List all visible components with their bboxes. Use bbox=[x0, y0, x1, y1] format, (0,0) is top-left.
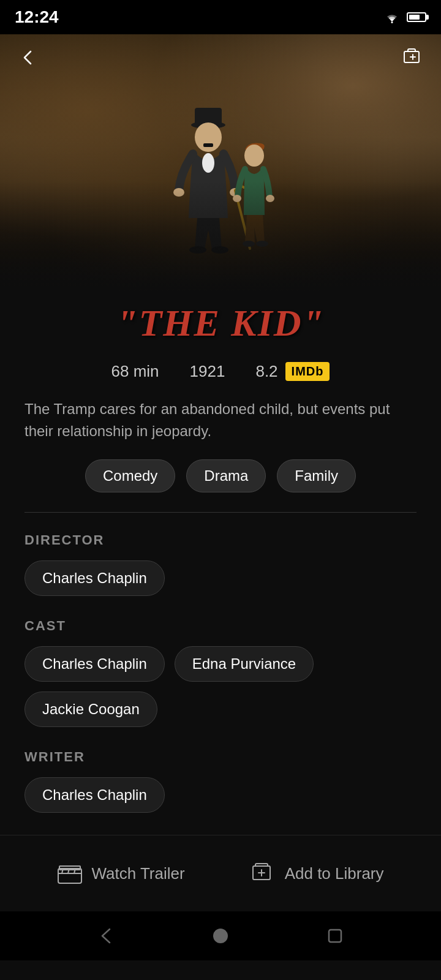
add-to-library-label: Add to Library bbox=[285, 864, 384, 883]
status-bar: 12:24 bbox=[0, 0, 441, 34]
writer-section: WRITER Charles Chaplin bbox=[0, 749, 441, 813]
add-collection-button[interactable] bbox=[399, 44, 426, 71]
director-section: DIRECTOR Charles Chaplin bbox=[0, 532, 441, 596]
director-name-0[interactable]: Charles Chaplin bbox=[24, 560, 165, 596]
cast-section: CAST Charles Chaplin Edna Purviance Jack… bbox=[0, 618, 441, 727]
cast-name-1[interactable]: Edna Purviance bbox=[175, 646, 314, 682]
writer-label: WRITER bbox=[24, 749, 417, 765]
cast-tags: Charles Chaplin Edna Purviance Jackie Co… bbox=[24, 646, 417, 727]
movie-year: 1921 bbox=[190, 362, 225, 381]
imdb-badge: IMDb bbox=[285, 362, 330, 381]
movie-title-section: "THE KID" bbox=[0, 292, 441, 345]
library-add-icon bbox=[251, 862, 276, 884]
movie-meta: 68 min 1921 8.2 IMDb bbox=[0, 345, 441, 393]
director-label: DIRECTOR bbox=[24, 532, 417, 548]
section-divider bbox=[24, 512, 417, 513]
cast-name-2[interactable]: Jackie Coogan bbox=[24, 692, 157, 727]
recents-nav-button[interactable] bbox=[322, 922, 349, 949]
writer-tags: Charles Chaplin bbox=[24, 777, 417, 813]
system-nav-bar bbox=[0, 911, 441, 960]
clapper-icon bbox=[57, 862, 83, 884]
add-to-library-button[interactable]: Add to Library bbox=[231, 853, 404, 894]
home-nav-button[interactable] bbox=[207, 922, 234, 949]
writer-name-0[interactable]: Charles Chaplin bbox=[24, 777, 165, 813]
movie-title: "THE KID" bbox=[24, 301, 417, 345]
hero-navigation bbox=[0, 44, 441, 71]
genre-tag-family[interactable]: Family bbox=[277, 459, 356, 492]
svg-point-15 bbox=[244, 145, 264, 167]
hero-section bbox=[0, 34, 441, 292]
svg-point-29 bbox=[213, 929, 228, 943]
watch-trailer-label: Watch Trailer bbox=[91, 864, 184, 883]
svg-point-7 bbox=[195, 123, 222, 152]
svg-rect-20 bbox=[58, 869, 81, 883]
cast-label: CAST bbox=[24, 618, 417, 634]
wifi-icon bbox=[383, 10, 401, 24]
svg-rect-8 bbox=[203, 143, 213, 147]
svg-point-9 bbox=[202, 153, 214, 173]
watch-trailer-button[interactable]: Watch Trailer bbox=[37, 853, 204, 894]
svg-rect-30 bbox=[329, 930, 341, 942]
bottom-action-buttons: Watch Trailer Add to Library bbox=[0, 835, 441, 911]
movie-description: The Tramp cares for an abandoned child, … bbox=[0, 393, 441, 459]
status-time: 12:24 bbox=[15, 7, 59, 27]
status-icons bbox=[383, 10, 426, 24]
genre-tag-comedy[interactable]: Comedy bbox=[85, 459, 175, 492]
svg-point-0 bbox=[391, 21, 393, 23]
genre-tags: Comedy Drama Family bbox=[0, 459, 441, 507]
genre-tag-drama[interactable]: Drama bbox=[186, 459, 266, 492]
movie-rating-value: 8.2 bbox=[255, 362, 277, 381]
cast-name-0[interactable]: Charles Chaplin bbox=[24, 646, 165, 682]
back-button[interactable] bbox=[15, 44, 42, 71]
director-tags: Charles Chaplin bbox=[24, 560, 417, 596]
movie-rating-group: 8.2 IMDb bbox=[255, 362, 330, 381]
movie-duration: 68 min bbox=[111, 362, 159, 381]
hero-overlay bbox=[0, 181, 441, 292]
back-nav-button[interactable] bbox=[92, 922, 119, 949]
battery-icon bbox=[407, 12, 426, 22]
